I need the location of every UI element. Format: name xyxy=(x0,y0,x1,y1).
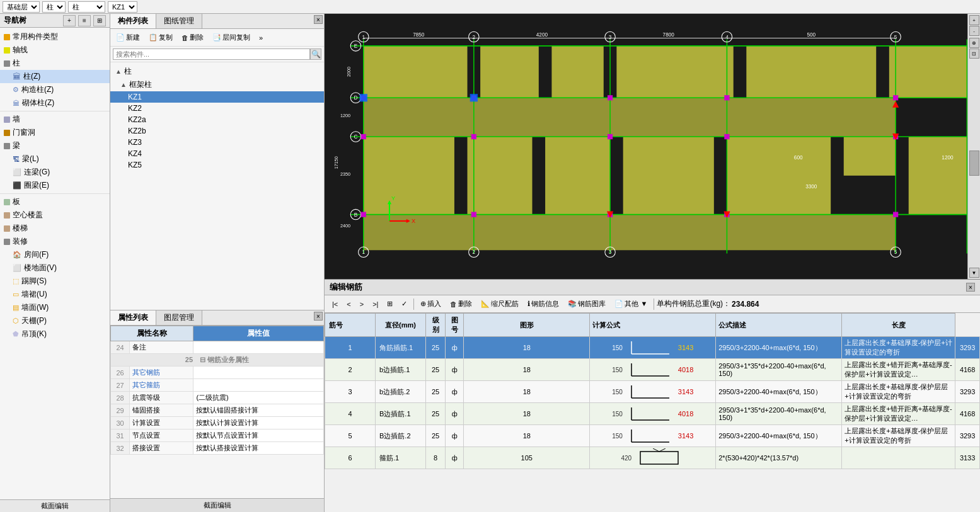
nav-item-hollow-slab[interactable]: 空心楼盖 xyxy=(0,208,110,222)
prop-row-value[interactable]: 按默认搭接设置计算 xyxy=(193,442,324,455)
section-edit-btn[interactable]: 截面编辑 xyxy=(0,499,110,512)
prop-row-value[interactable]: (二级抗震) xyxy=(193,392,324,404)
nav-item-beam-l[interactable]: 🏗 梁(L) xyxy=(0,152,110,166)
component-panel-close[interactable]: × xyxy=(314,15,323,24)
prop-row-value[interactable]: 按默认锚固搭接计算 xyxy=(193,404,324,417)
kz2a-label: KZ2a xyxy=(128,115,146,124)
more-btn[interactable]: » xyxy=(256,32,266,43)
nav-item-wall[interactable]: 墙 xyxy=(0,113,110,126)
cad-view[interactable]: 1 2 3 4 5 E D C B 7850 4200 xyxy=(325,14,980,279)
cad-dim-text-1: 7850 xyxy=(413,32,425,38)
prop-row-value[interactable] xyxy=(193,367,324,379)
nav-item-room[interactable]: 🏠 房间(F) xyxy=(0,248,110,261)
cad-x-label: X xyxy=(412,218,415,224)
nav-item-stair[interactable]: 楼梯 xyxy=(0,222,110,235)
nav-grid-btn[interactable]: ⊞ xyxy=(93,15,106,26)
prop-row-value[interactable] xyxy=(193,379,324,392)
tab-layer-mgmt[interactable]: 图层管理 xyxy=(156,310,202,325)
rebar-lib-btn[interactable]: 📚 钢筋图库 xyxy=(564,297,609,310)
cad-scroll-down-btn[interactable]: ▼ xyxy=(969,268,979,278)
nav-item-struct-column[interactable]: ⚙ 构造柱(Z) xyxy=(0,83,110,96)
delete-btn[interactable]: 🗑 删除 xyxy=(178,31,207,44)
rebar-info-btn[interactable]: ℹ 钢筋信息 xyxy=(524,297,563,310)
prop-row-value[interactable] xyxy=(193,341,324,354)
nav-item-column-z[interactable]: 🏛 柱(Z) xyxy=(0,70,110,83)
nav-item-floor[interactable]: ⬜ 楼地面(V) xyxy=(0,261,110,275)
cad-fit-btn[interactable]: ⊡ xyxy=(969,48,979,59)
search-btn[interactable]: 🔍 xyxy=(310,48,321,60)
nav-item-common-types[interactable]: 常用构件类型 xyxy=(0,30,110,43)
search-input[interactable] xyxy=(113,48,310,60)
nav-item-ceiling[interactable]: ⬡ 天棚(P) xyxy=(0,314,110,327)
delete-rebar-btn[interactable]: 🗑 删除 xyxy=(446,297,476,310)
delete-rebar-icon: 🗑 xyxy=(450,300,457,308)
nav-next-btn[interactable]: > xyxy=(356,299,367,310)
tree-node-kz5[interactable]: KZ5 xyxy=(110,159,324,171)
tree-node-kz2a[interactable]: KZ2a xyxy=(110,114,324,125)
divider2 xyxy=(0,193,110,194)
nav-add-btn[interactable]: + xyxy=(63,15,76,26)
cad-block-e2 xyxy=(480,46,539,98)
cad-pan-btn[interactable]: ⊕ xyxy=(969,38,979,48)
cad-y-label: Y xyxy=(391,195,395,202)
nav-item-coupling-beam[interactable]: ⬜ 连梁(G) xyxy=(0,166,110,179)
nav-prev-btn[interactable]: < xyxy=(343,299,354,310)
tree-node-kz4[interactable]: KZ4 xyxy=(110,148,324,159)
nav-item-dado[interactable]: ▭ 墙裙(U) xyxy=(0,288,110,301)
nav-item-decoration[interactable]: 装修 xyxy=(0,235,110,248)
nav-item-beam-section[interactable]: 梁 xyxy=(0,139,110,152)
prop-row-value[interactable]: 按默认节点设置计算 xyxy=(193,430,324,442)
prop-row-name: 备注 xyxy=(130,341,193,354)
component-toolbar: 📄 新建 📋 复制 🗑 删除 📑 层间复制 » xyxy=(110,29,324,47)
col-length: 长度 xyxy=(842,314,955,337)
scale-btn[interactable]: 📐 缩尺配筋 xyxy=(477,297,522,310)
rebar-row-diameter: 25 xyxy=(426,359,446,381)
beam-section-icon xyxy=(4,143,10,149)
tab-component-list[interactable]: 构件列表 xyxy=(110,14,156,28)
rebar-panel-close[interactable]: × xyxy=(966,283,975,292)
type-select1[interactable]: 柱梁板墙 xyxy=(42,1,66,13)
section-edit-bottom-btn[interactable]: 截面编辑 xyxy=(110,498,324,512)
nav-item-door-window[interactable]: 门窗洞 xyxy=(0,126,110,139)
copy-btn[interactable]: 📋 复制 xyxy=(146,31,176,44)
component-select[interactable]: KZ1KZ2KZ3KZ4KZ5 xyxy=(108,1,137,13)
other-btn[interactable]: 📄 其他 ▼ xyxy=(611,297,651,310)
grid-view-btn[interactable]: ⊞ xyxy=(383,298,396,310)
tree-node-kz2[interactable]: KZ2 xyxy=(110,103,324,114)
prop-panel-close[interactable]: × xyxy=(314,312,323,321)
nav-list-btn[interactable]: ≡ xyxy=(78,15,91,26)
nav-decoration-label: 装修 xyxy=(13,236,28,247)
nav-last-btn[interactable]: >| xyxy=(369,299,382,310)
new-btn[interactable]: 📄 新建 xyxy=(113,31,143,44)
nav-item-masonry-column[interactable]: 🏛 砌体柱(Z) xyxy=(0,96,110,110)
cad-scroll-thumb[interactable] xyxy=(969,151,979,176)
nav-item-column-section[interactable]: 柱 xyxy=(0,57,110,70)
property-panel-area: 属性列表 图层管理 × 属性名称 属性值 24备注25 ⊟ 钢筋业务属性26其它… xyxy=(110,310,324,512)
tab-prop-list[interactable]: 属性列表 xyxy=(110,310,156,325)
tree-root-column[interactable]: ▲ 柱 xyxy=(110,65,324,78)
insert-btn[interactable]: ⊕ 插入 xyxy=(417,297,445,310)
type-select2[interactable]: 柱构造柱砌体柱 xyxy=(68,1,105,13)
rebar-row-num: 2 xyxy=(325,359,376,381)
cad-zoom-in-btn[interactable]: + xyxy=(969,15,979,25)
floor-copy-btn[interactable]: 📑 层间复制 xyxy=(209,31,253,44)
tree-node-frame-column[interactable]: ▲ 框架柱 xyxy=(110,78,324,91)
nav-item-suspended-ceiling[interactable]: ⬟ 吊顶(K) xyxy=(0,327,110,341)
nav-item-slab[interactable]: 板 xyxy=(0,195,110,208)
tree-node-kz2b[interactable]: KZ2b xyxy=(110,125,324,137)
layer-select[interactable]: 基础层第1层第2层 xyxy=(3,1,40,13)
nav-column-section-label: 柱 xyxy=(13,58,20,69)
rebar-row-num: 6 xyxy=(325,447,376,469)
prop-row-value[interactable]: 按默认计算设置计算 xyxy=(193,417,324,430)
nav-first-btn[interactable]: |< xyxy=(328,299,342,310)
check-btn[interactable]: ✓ xyxy=(398,298,411,310)
nav-item-baseboard[interactable]: ⬚ 踢脚(S) xyxy=(0,275,110,288)
nav-item-axis[interactable]: 轴线 xyxy=(0,43,110,57)
nav-item-ring-beam[interactable]: ⬛ 圈梁(E) xyxy=(0,179,110,192)
cad-zoom-out-btn[interactable]: - xyxy=(969,26,979,36)
rebar-row-fignum: 18 xyxy=(464,403,590,425)
tree-node-kz1[interactable]: KZ1 xyxy=(110,91,324,103)
tab-drawing-mgmt[interactable]: 图纸管理 xyxy=(156,14,202,28)
tree-node-kz3[interactable]: KZ3 xyxy=(110,137,324,148)
nav-item-wall-face[interactable]: ▤ 墙面(W) xyxy=(0,301,110,314)
